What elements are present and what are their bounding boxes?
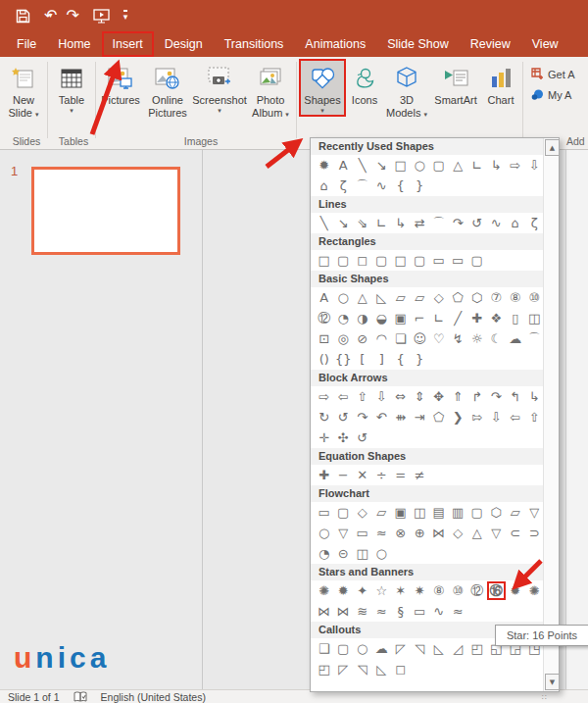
shape-cell[interactable]: ⊝ <box>334 544 354 563</box>
shapes-button[interactable]: Shapes ▾ <box>299 59 346 117</box>
shape-star-16-points[interactable]: ⑯ <box>487 581 507 600</box>
shape-cell[interactable]: ◔ <box>315 544 334 563</box>
shape-cell[interactable]: ✷ <box>411 581 430 600</box>
shape-cell[interactable]: ⇰ <box>467 408 487 427</box>
shape-cell[interactable]: ↳ <box>391 214 411 232</box>
shape-cell[interactable]: ▭ <box>449 251 468 270</box>
shape-cell[interactable]: ⇩ <box>525 156 545 175</box>
pictures-button[interactable]: Pictures <box>98 60 143 107</box>
shape-cell[interactable]: ≈ <box>372 602 392 621</box>
shape-cell[interactable]: ◻ <box>353 251 372 270</box>
shape-cell[interactable]: ▢ <box>429 156 449 175</box>
shape-cell[interactable]: ▢ <box>334 639 354 658</box>
shape-cell[interactable]: ▽ <box>487 524 507 542</box>
shape-cell[interactable]: ▣ <box>391 503 411 522</box>
shape-cell[interactable]: ✦ <box>353 581 372 600</box>
editor-scroll-strip[interactable] <box>566 150 588 689</box>
shape-cell[interactable]: ↘ <box>334 214 354 232</box>
shape-cell[interactable]: ☾ <box>487 329 507 348</box>
shape-cell[interactable]: ◸ <box>334 660 354 678</box>
screenshot-button[interactable]: Screenshot ▾ <box>192 60 247 115</box>
shape-cell[interactable]: ◠ <box>372 329 392 348</box>
shape-cell[interactable]: ☺ <box>411 329 430 348</box>
shape-cell[interactable]: △ <box>449 156 468 175</box>
icons-button[interactable]: Icons <box>346 60 383 107</box>
shape-cell[interactable]: ⇩ <box>487 408 507 427</box>
shape-cell[interactable]: ▭ <box>429 251 449 270</box>
chart-button[interactable]: Chart <box>481 60 520 107</box>
shape-cell[interactable]: ⑧ <box>429 581 449 600</box>
shape-cell[interactable]: ⇨ <box>506 156 525 175</box>
shape-cell[interactable]: ▱ <box>411 288 430 307</box>
undo-button[interactable]: ↶ ▾ <box>44 8 52 24</box>
shape-cell[interactable]: ◺ <box>372 288 392 307</box>
shape-cell[interactable]: ↻ <box>315 408 334 427</box>
slide-thumbnail[interactable] <box>31 167 180 255</box>
shape-cell[interactable]: ○ <box>372 544 392 563</box>
shape-cell[interactable]: ↷ <box>353 408 372 427</box>
shape-cell[interactable]: ◇ <box>429 288 449 307</box>
shape-cell[interactable]: ✹ <box>334 581 354 600</box>
undo-caret-icon[interactable]: ▾ <box>48 12 52 24</box>
shape-cell[interactable]: ▥ <box>449 503 468 522</box>
shape-cell[interactable]: ≠ <box>411 466 430 484</box>
language-indicator[interactable]: English (United States) <box>101 691 206 703</box>
shape-cell[interactable]: ✛ <box>315 428 334 447</box>
shape-cell[interactable]: ⑫ <box>315 309 334 327</box>
shape-cell[interactable]: ▽ <box>525 503 545 522</box>
shape-cell[interactable]: ❯ <box>449 408 468 427</box>
shape-cell[interactable]: ▱ <box>506 503 525 522</box>
shape-cell[interactable]: ⌒ <box>429 214 449 232</box>
shape-cell[interactable]: □ <box>391 251 411 270</box>
shape-cell[interactable]: ◹ <box>411 639 430 658</box>
shape-cell[interactable]: □ <box>391 156 411 175</box>
shape-cell[interactable]: ✥ <box>429 387 449 406</box>
shape-cell[interactable]: ] <box>372 350 392 369</box>
shape-cell[interactable]: ✕ <box>353 466 372 484</box>
shape-cell[interactable]: ▣ <box>391 309 411 327</box>
shape-cell[interactable]: ◎ <box>334 329 354 348</box>
shape-cell[interactable]: ⇕ <box>411 387 430 406</box>
shape-cell[interactable]: ▭ <box>411 602 430 621</box>
shape-cell[interactable]: ◸ <box>391 639 411 658</box>
tab-design[interactable]: Design <box>154 31 214 57</box>
shape-cell[interactable]: ≈ <box>372 524 392 542</box>
shape-cell[interactable]: ○ <box>315 524 334 542</box>
shape-cell[interactable]: () <box>315 350 334 369</box>
shape-cell[interactable]: ⊂ <box>506 524 525 542</box>
start-from-beginning-icon[interactable] <box>93 9 110 24</box>
shape-cell[interactable]: ≋ <box>353 602 372 621</box>
shape-cell[interactable]: ⬠ <box>449 288 468 307</box>
shape-cell[interactable]: ⇩ <box>372 387 392 406</box>
shape-cell[interactable]: ◰ <box>315 660 334 678</box>
shape-cell[interactable]: ○ <box>334 288 354 307</box>
table-button[interactable]: Table ▾ <box>50 60 93 115</box>
shape-cell[interactable]: ↯ <box>449 329 468 348</box>
smartart-button[interactable]: SmartArt <box>430 60 481 107</box>
shape-cell[interactable]: ✹ <box>315 156 334 175</box>
shape-cell[interactable]: ◰ <box>467 639 487 658</box>
tab-view[interactable]: View <box>521 31 569 57</box>
shape-cell[interactable]: ÷ <box>372 466 392 484</box>
shape-cell[interactable]: ▱ <box>372 503 392 522</box>
save-icon[interactable] <box>16 9 30 24</box>
shape-cell[interactable]: ⌐ <box>411 309 430 327</box>
shape-cell[interactable]: ✺ <box>525 581 545 600</box>
shape-cell[interactable]: ▱ <box>391 288 411 307</box>
shape-cell[interactable]: = <box>391 466 411 484</box>
shape-cell[interactable]: ▽ <box>334 524 354 542</box>
shape-cell[interactable]: § <box>391 602 411 621</box>
shape-cell[interactable]: ✹ <box>506 581 525 600</box>
tab-review[interactable]: Review <box>460 31 521 57</box>
redo-icon[interactable]: ↷ <box>66 8 78 24</box>
tab-home[interactable]: Home <box>47 31 101 57</box>
shape-cell[interactable]: ⌂ <box>506 214 525 232</box>
shape-cell[interactable]: ◻ <box>391 660 411 678</box>
spell-check-icon[interactable] <box>74 691 87 703</box>
shape-cell[interactable]: ∟ <box>467 156 487 175</box>
scroll-up-button[interactable]: ▲ <box>545 139 560 156</box>
shape-cell[interactable]: ζ <box>334 176 354 195</box>
shape-cell[interactable]: ∟ <box>372 214 392 232</box>
shape-cell[interactable]: ❏ <box>391 329 411 348</box>
shape-cell[interactable]: ⇄ <box>411 214 430 232</box>
